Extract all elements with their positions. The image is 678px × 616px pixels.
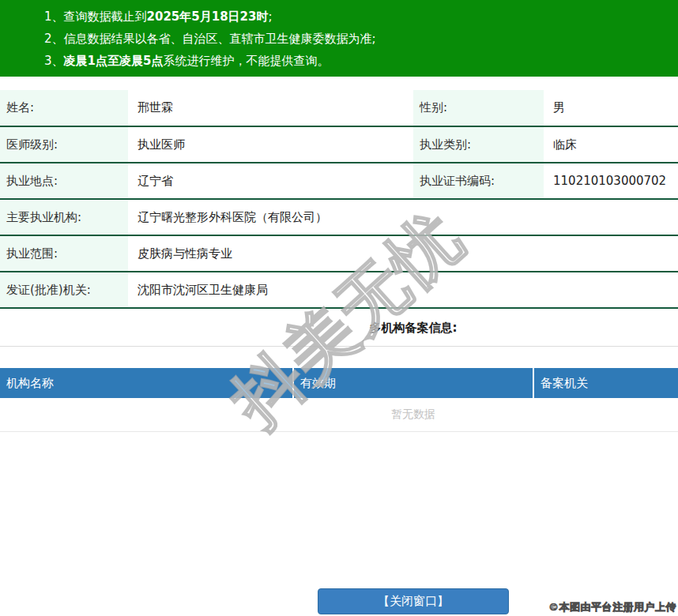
main-institution-value: 辽宁曙光整形外科医院（有限公司）: [128, 199, 678, 235]
table-row: 主要执业机构: 辽宁曙光整形外科医院（有限公司）: [0, 199, 678, 235]
practice-location-value: 辽宁省: [128, 163, 413, 199]
name-label: 姓名:: [0, 90, 128, 126]
table-row: 发证(批准)机关: 沈阳市沈河区卫生健康局: [0, 272, 678, 308]
table-row: 执业地点: 辽宁省 执业证书编码: 110210103000702: [0, 163, 678, 199]
doctor-level-label: 医师级别:: [0, 126, 128, 163]
main-institution-label: 主要执业机构:: [0, 199, 128, 235]
filing-header-row: 机构名称 有效期 备案机关: [0, 368, 678, 398]
practice-location-label: 执业地点:: [0, 163, 128, 199]
doctor-level-value: 执业医师: [128, 126, 413, 163]
notice-banner: 1、查询数据截止到2025年5月18日23时; 2、信息数据结果以各省、自治区、…: [0, 0, 678, 77]
notice-line-1: 1、查询数据截止到2025年5月18日23时;: [44, 6, 678, 28]
multi-institution-section-title: 多机构备案信息:: [0, 320, 678, 336]
practice-category-value: 临床: [544, 126, 678, 163]
notice-1-num: 1、: [44, 9, 64, 24]
notice-2-text: 信息数据结果以各省、自治区、直辖市卫生健康委数据为准;: [64, 32, 376, 46]
notice-3-bold: 凌晨1点至凌晨5点: [64, 54, 164, 68]
practice-category-label: 执业类别:: [413, 126, 544, 163]
issuing-authority-label: 发证(批准)机关:: [0, 272, 128, 308]
column-header-institution-name: 机构名称: [0, 368, 293, 398]
certificate-number-label: 执业证书编码:: [413, 163, 544, 199]
notice-3-post: 系统进行维护，不能提供查询。: [163, 54, 329, 68]
name-value: 邢世霖: [128, 90, 413, 126]
query-result-window: 1、查询数据截止到2025年5月18日23时; 2、信息数据结果以各省、自治区、…: [0, 0, 678, 616]
certificate-number-value: 110210103000702: [544, 163, 678, 199]
notice-1-post: ;: [268, 9, 272, 24]
table-row: 医师级别: 执业医师 执业类别: 临床: [0, 126, 678, 163]
notice-line-2: 2、信息数据结果以各省、自治区、直辖市卫生健康委数据为准;: [44, 28, 678, 50]
notice-1-text: 查询数据截止到: [64, 9, 147, 24]
notice-1-bold: 2025年5月18日23时: [147, 9, 269, 24]
close-window-button[interactable]: 【关闭窗口】: [318, 588, 509, 614]
gender-value: 男: [544, 90, 678, 126]
filing-empty-row: 暂无数据: [0, 398, 678, 431]
table-row: 执业范围: 皮肤病与性病专业: [0, 235, 678, 272]
practice-scope-value: 皮肤病与性病专业: [128, 235, 678, 272]
gender-label: 性别:: [413, 90, 544, 126]
section-divider: [0, 346, 678, 347]
practitioner-info-table: 姓名: 邢世霖 性别: 男 医师级别: 执业医师 执业类别: 临床 执业地点: …: [0, 90, 678, 309]
notice-line-3: 3、凌晨1点至凌晨5点系统进行维护，不能提供查询。: [44, 50, 678, 72]
notice-2-num: 2、: [44, 32, 64, 46]
column-header-validity-period: 有效期: [293, 368, 533, 398]
notice-3-num: 3、: [44, 54, 64, 68]
no-data-message: 暂无数据: [0, 398, 678, 431]
table-row: 姓名: 邢世霖 性别: 男: [0, 90, 678, 126]
filing-table: 机构名称 有效期 备案机关 暂无数据: [0, 368, 678, 432]
issuing-authority-value: 沈阳市沈河区卫生健康局: [128, 272, 678, 308]
column-header-filing-authority: 备案机关: [533, 368, 678, 398]
platform-upload-copyright: ©本图由平台注册用户上传: [548, 600, 676, 614]
practice-scope-label: 执业范围:: [0, 235, 128, 272]
